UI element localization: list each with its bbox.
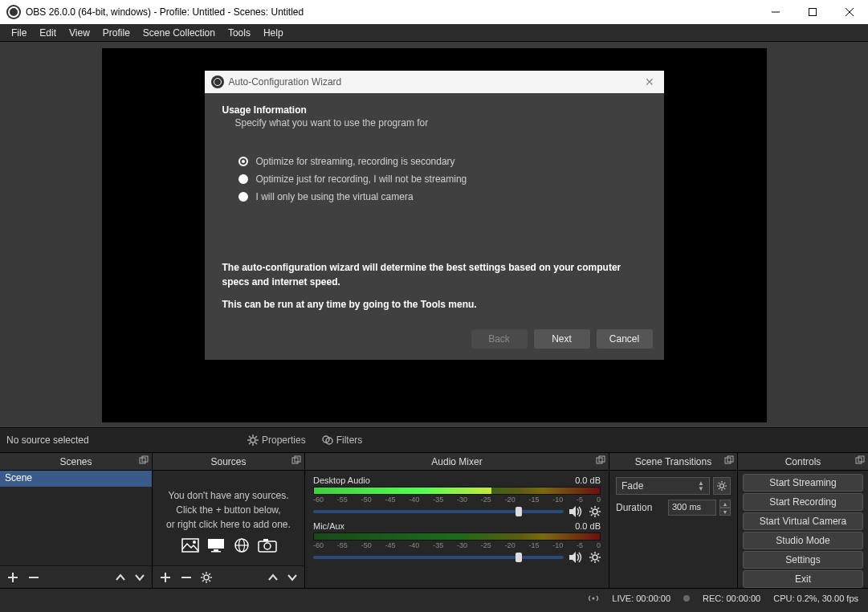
status-rec: REC: 00:00:00 xyxy=(703,594,760,603)
duration-input[interactable]: 300 ms xyxy=(668,500,716,516)
menu-tools[interactable]: Tools xyxy=(222,26,257,40)
status-bar: LIVE: 00:00:00 REC: 00:00:00 CPU: 0.2%, … xyxy=(0,588,868,607)
remove-scene-button[interactable] xyxy=(27,571,40,584)
svg-marker-57 xyxy=(569,552,576,563)
exit-button[interactable]: Exit xyxy=(743,570,863,588)
menu-file[interactable]: File xyxy=(5,26,33,40)
radio-optimize-recording[interactable]: Optimize just for recording, I will not … xyxy=(238,173,646,185)
mixer-channel-mic: Mic/Aux0.0 dB -60-55-50-45-40-35-30-25-2… xyxy=(313,521,601,564)
volume-slider[interactable] xyxy=(313,556,564,559)
sources-empty-line3: or right click here to add one. xyxy=(164,517,293,532)
studio-mode-button[interactable]: Studio Mode xyxy=(743,532,863,549)
svg-line-11 xyxy=(255,436,257,438)
start-streaming-button[interactable]: Start Streaming xyxy=(743,474,863,492)
next-button[interactable]: Next xyxy=(534,329,590,349)
close-button[interactable] xyxy=(831,0,868,24)
svg-point-48 xyxy=(593,509,597,514)
mixer-channel-desktop: Desktop Audio0.0 dB -60-55-50-45-40-35-3… xyxy=(313,475,601,518)
svg-point-32 xyxy=(264,543,271,549)
svg-point-36 xyxy=(204,575,209,580)
properties-button[interactable]: Properties xyxy=(239,427,314,453)
volume-slider[interactable] xyxy=(313,510,564,513)
channel-db: 0.0 dB xyxy=(575,521,601,531)
window-title: OBS 26.0.0 (64-bit, windows) - Profile: … xyxy=(26,6,757,18)
speaker-icon[interactable] xyxy=(568,505,585,518)
record-dot-icon xyxy=(683,595,690,602)
radio-icon xyxy=(238,174,248,184)
svg-line-76 xyxy=(724,483,725,483)
transitions-header[interactable]: Scene Transitions xyxy=(609,453,737,471)
menu-edit[interactable]: Edit xyxy=(33,26,63,40)
popout-icon[interactable] xyxy=(724,455,734,465)
add-scene-button[interactable] xyxy=(6,571,19,584)
radio-virtual-camera[interactable]: I will only be using the virtual camera xyxy=(238,191,646,202)
svg-point-23 xyxy=(193,541,196,544)
speaker-icon[interactable] xyxy=(568,551,585,564)
sources-header[interactable]: Sources xyxy=(153,453,304,471)
scenes-list[interactable]: Scene xyxy=(0,471,152,565)
sources-list[interactable]: You don't have any sources. Click the + … xyxy=(153,471,304,565)
transition-settings-button[interactable] xyxy=(713,477,731,495)
svg-rect-24 xyxy=(208,539,224,549)
svg-line-55 xyxy=(597,508,599,509)
audio-mixer-dock: Audio Mixer Desktop Audio0.0 dB -60-55-5… xyxy=(305,453,609,588)
svg-line-64 xyxy=(597,560,599,561)
start-virtual-camera-button[interactable]: Start Virtual Camera xyxy=(743,512,863,530)
move-scene-down-button[interactable] xyxy=(134,572,145,583)
maximize-button[interactable] xyxy=(794,0,831,24)
popout-icon[interactable] xyxy=(855,455,865,465)
menu-view[interactable]: View xyxy=(63,26,96,40)
transition-select[interactable]: Fade ▲▼ xyxy=(616,477,710,495)
menu-bar: File Edit View Profile Scene Collection … xyxy=(0,24,868,42)
popout-icon[interactable] xyxy=(291,455,301,465)
radio-icon xyxy=(238,192,248,202)
source-properties-button[interactable] xyxy=(201,572,212,583)
channel-settings-button[interactable] xyxy=(589,506,601,517)
dialog-close-button[interactable]: ✕ xyxy=(642,75,658,88)
svg-rect-25 xyxy=(214,549,218,551)
controls-header[interactable]: Controls xyxy=(738,453,868,471)
popout-icon[interactable] xyxy=(139,455,149,465)
popout-icon[interactable] xyxy=(596,455,605,465)
controls-title: Controls xyxy=(785,456,821,467)
scenes-dock: Scenes Scene xyxy=(0,453,153,588)
move-source-up-button[interactable] xyxy=(267,572,279,583)
svg-line-43 xyxy=(209,573,210,575)
display-icon xyxy=(206,537,226,554)
back-button[interactable]: Back xyxy=(471,329,528,349)
svg-line-56 xyxy=(591,514,593,516)
channel-ticks: -60-55-50-45-40-35-30-25-20-15-10-50 xyxy=(313,496,601,504)
dialog-titlebar[interactable]: Auto-Configuration Wizard ✕ xyxy=(205,71,664,93)
usage-radio-group: Optimize for streaming, recording is sec… xyxy=(238,156,646,202)
obs-logo-icon xyxy=(211,75,224,88)
move-scene-up-button[interactable] xyxy=(115,572,126,583)
move-source-down-button[interactable] xyxy=(287,572,298,583)
add-source-button[interactable] xyxy=(159,571,172,584)
dialog-button-row: Back Next Cancel xyxy=(205,318,664,360)
remove-source-button[interactable] xyxy=(180,571,193,584)
duration-label: Duration xyxy=(616,502,652,513)
duration-spinner[interactable]: ▲▼ xyxy=(719,500,731,516)
transitions-dock: Scene Transitions Fade ▲▼ Duration 300 m… xyxy=(609,453,738,588)
menu-profile[interactable]: Profile xyxy=(96,26,137,40)
svg-line-9 xyxy=(249,436,251,438)
svg-marker-47 xyxy=(569,506,576,517)
dialog-body: Usage Information Specify what you want … xyxy=(205,93,664,318)
minimize-button[interactable] xyxy=(757,0,794,24)
radio-optimize-streaming[interactable]: Optimize for streaming, recording is sec… xyxy=(238,156,646,167)
svg-line-10 xyxy=(255,443,257,444)
channel-settings-button[interactable] xyxy=(589,552,601,563)
channel-db: 0.0 dB xyxy=(575,475,601,485)
scene-item[interactable]: Scene xyxy=(0,471,152,487)
menu-help[interactable]: Help xyxy=(257,26,290,40)
cancel-button[interactable]: Cancel xyxy=(597,329,653,349)
menu-scene-collection[interactable]: Scene Collection xyxy=(137,26,222,40)
start-recording-button[interactable]: Start Recording xyxy=(743,493,863,511)
filters-button[interactable]: Filters xyxy=(314,427,371,453)
svg-rect-26 xyxy=(211,551,221,553)
svg-point-58 xyxy=(593,555,597,560)
mixer-header[interactable]: Audio Mixer xyxy=(305,453,609,471)
preview-area: Auto-Configuration Wizard ✕ Usage Inform… xyxy=(0,42,868,427)
scenes-header[interactable]: Scenes xyxy=(0,453,152,471)
settings-button[interactable]: Settings xyxy=(743,551,863,569)
